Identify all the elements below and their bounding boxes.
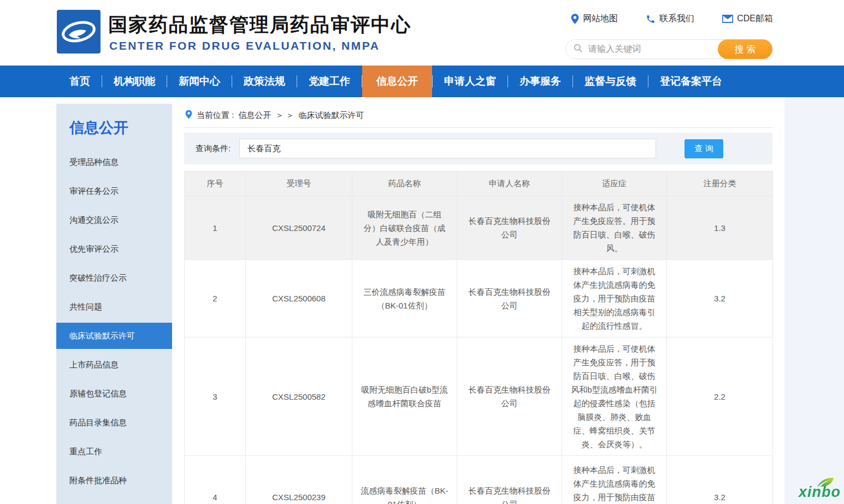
cell-acceptance-no: CXSL2500582 xyxy=(246,337,352,456)
nav-item-policies[interactable]: 政策法规 xyxy=(232,66,297,97)
column-header-acceptance-no: 受理号 xyxy=(246,171,352,196)
sidebar-item-excipient-registration[interactable]: 原辅包登记信息 xyxy=(56,379,172,408)
sidebar-item-drug-catalog[interactable]: 药品目录集信息 xyxy=(56,408,172,437)
mail-icon xyxy=(722,15,733,23)
sidebar-item-review-tasks[interactable]: 审评任务公示 xyxy=(56,176,172,205)
search-input[interactable] xyxy=(583,44,718,54)
header-search-bar: 搜索 xyxy=(565,39,772,59)
sidebar-title: 信息公开 xyxy=(56,104,172,147)
contact-us-link[interactable]: 联系我们 xyxy=(646,13,694,25)
search-icon xyxy=(574,44,583,55)
nav-item-services[interactable]: 办事服务 xyxy=(508,66,572,97)
breadcrumb-prefix: 当前位置 : xyxy=(197,110,234,121)
column-header-registration-class: 注册分类 xyxy=(667,171,773,196)
cell-seq: 4 xyxy=(185,456,246,504)
sidebar-item-priority-review[interactable]: 优先审评公示 xyxy=(56,234,172,263)
site-header: 国家药品监督管理局药品审评中心 CENTER FOR DRUG EVALUATI… xyxy=(0,0,844,66)
cell-registration-class: 3.2 xyxy=(667,260,773,337)
sidebar-item-accepted-varieties[interactable]: 受理品种信息 xyxy=(56,147,172,176)
nav-item-home[interactable]: 首页 xyxy=(58,66,102,97)
cell-indication: 接种本品后，可使机体产生免疫应答。用于预防百日咳、白喉、破伤风。 xyxy=(562,196,667,260)
column-header-drug-name: 药品名称 xyxy=(352,171,457,196)
query-button[interactable]: 查 询 xyxy=(684,139,723,158)
cell-drug-name: 三价流感病毒裂解疫苗（BK-01佐剂） xyxy=(352,260,457,337)
cell-registration-class: 1.3 xyxy=(667,196,773,260)
query-condition-label: 查询条件: xyxy=(196,144,231,154)
cell-registration-class: 3.2 xyxy=(667,456,773,504)
cell-acceptance-no: CXSL2500724 xyxy=(246,196,352,260)
sidebar-item-marketed-drugs[interactable]: 上市药品信息 xyxy=(56,350,172,379)
table-row: 4 CXSL2500239 流感病毒裂解疫苗（BK-01佐剂） 长春百克生物科技… xyxy=(185,456,773,504)
query-panel: 查询条件: 查 询 xyxy=(184,133,772,164)
main-nav: 首页 机构职能 新闻中心 政策法规 党建工作 信息公开 申请人之窗 办事服务 监… xyxy=(0,66,844,97)
table-row: 1 CXSL2500724 吸附无细胞百（二组分）白破联合疫苗（成人及青少年用）… xyxy=(185,196,773,260)
nav-item-party-building[interactable]: 党建工作 xyxy=(297,66,362,97)
cde-mail-link[interactable]: CDE邮箱 xyxy=(722,13,773,25)
sidebar-item-clinical-trial-implied-license[interactable]: 临床试验默示许可 xyxy=(56,323,172,349)
cell-drug-name: 流感病毒裂解疫苗（BK-01佐剂） xyxy=(352,456,457,504)
cell-applicant: 长春百克生物科技股份公司 xyxy=(457,456,562,504)
nav-item-news[interactable]: 新闻中心 xyxy=(167,66,232,97)
cell-indication: 接种本品后，可使机体产生免疫应答，用于预防百日咳、白喉、破伤风和b型流感嗜血杆菌… xyxy=(562,337,667,456)
sidebar-item-common-issues[interactable]: 共性问题 xyxy=(56,292,172,321)
cell-applicant: 长春百克生物科技股份公司 xyxy=(457,260,562,337)
site-subtitle: CENTER FOR DRUG EVALUATION, NMPA xyxy=(109,39,380,52)
cell-registration-class: 2.2 xyxy=(667,337,773,456)
table-header-row: 序号 受理号 药品名称 申请人名称 适应症 注册分类 xyxy=(185,171,773,196)
cell-drug-name: 吸附无细胞百白破b型流感嗜血杆菌联合疫苗 xyxy=(352,337,457,456)
sidebar-item-key-work[interactable]: 重点工作 xyxy=(56,437,172,466)
nav-item-info-disclosure[interactable]: 信息公开 xyxy=(362,66,432,97)
cell-indication: 接种本品后，可刺激机体产生抗流感病毒的免疫力，用于预防由疫苗相关型别的流感病毒引… xyxy=(562,260,667,337)
cde-logo-icon[interactable] xyxy=(57,10,101,54)
cell-acceptance-no: CXSL2500239 xyxy=(246,456,352,504)
breadcrumb-separator: ＞ ＞ xyxy=(275,110,294,121)
sitemap-link[interactable]: 网站地图 xyxy=(571,13,618,25)
breadcrumb-pin-icon xyxy=(185,110,192,121)
cell-acceptance-no: CXSL2500608 xyxy=(246,260,352,337)
column-header-indication: 适应症 xyxy=(562,171,667,196)
sidebar: 信息公开 受理品种信息 审评任务公示 沟通交流公示 优先审评公示 突破性治疗公示… xyxy=(56,104,172,504)
query-condition-input[interactable] xyxy=(239,139,656,158)
table-row: 2 CXSL2500608 三价流感病毒裂解疫苗（BK-01佐剂） 长春百克生物… xyxy=(185,260,773,337)
column-header-seq: 序号 xyxy=(185,171,246,196)
header-quick-links: 网站地图 联系我们 CDE邮箱 xyxy=(571,13,773,25)
page-body: 信息公开 受理品种信息 审评任务公示 沟通交流公示 优先审评公示 突破性治疗公示… xyxy=(0,97,784,504)
search-button[interactable]: 搜索 xyxy=(718,39,772,59)
xinbo-watermark: xinbo xyxy=(799,484,841,501)
cell-drug-name: 吸附无细胞百（二组分）白破联合疫苗（成人及青少年用） xyxy=(352,196,457,260)
main-content: 当前位置 : 信息公开 ＞ ＞ 临床试验默示许可 查询条件: 查 询 序号 受理… xyxy=(184,104,772,504)
sidebar-item-conditional-approval[interactable]: 附条件批准品种 xyxy=(56,466,172,495)
nav-item-applicant-window[interactable]: 申请人之窗 xyxy=(433,66,507,97)
breadcrumb-section[interactable]: 信息公开 xyxy=(238,110,271,121)
sidebar-item-communication[interactable]: 沟通交流公示 xyxy=(56,205,172,234)
table-row: 3 CXSL2500582 吸附无细胞百白破b型流感嗜血杆菌联合疫苗 长春百克生… xyxy=(185,337,773,456)
nav-item-supervision-feedback[interactable]: 监督与反馈 xyxy=(573,66,648,97)
cell-indication: 接种本品后，可刺激机体产生抗流感病毒的免疫力，用于预防由疫苗相关型别的流感病毒引… xyxy=(562,456,667,504)
cell-applicant: 长春百克生物科技股份公司 xyxy=(457,196,562,260)
breadcrumb: 当前位置 : 信息公开 ＞ ＞ 临床试验默示许可 xyxy=(184,104,772,128)
location-pin-icon xyxy=(571,14,579,24)
sidebar-item-breakthrough-therapy[interactable]: 突破性治疗公示 xyxy=(56,263,172,292)
nav-item-functions[interactable]: 机构职能 xyxy=(102,66,167,97)
phone-icon xyxy=(646,14,656,24)
site-title: 国家药品监督管理局药品审评中心 xyxy=(108,12,411,38)
cell-applicant: 长春百克生物科技股份公司 xyxy=(457,337,562,456)
nav-item-registration-platform[interactable]: 登记备案平台 xyxy=(648,66,734,97)
breadcrumb-current: 临床试验默示许可 xyxy=(299,110,364,121)
cell-seq: 2 xyxy=(185,260,246,337)
cell-seq: 3 xyxy=(185,337,246,456)
column-header-applicant: 申请人名称 xyxy=(457,171,562,196)
results-table: 序号 受理号 药品名称 申请人名称 适应症 注册分类 1 CXSL2500724… xyxy=(184,171,773,504)
cell-seq: 1 xyxy=(185,196,246,260)
leaf-icon xyxy=(816,476,835,493)
